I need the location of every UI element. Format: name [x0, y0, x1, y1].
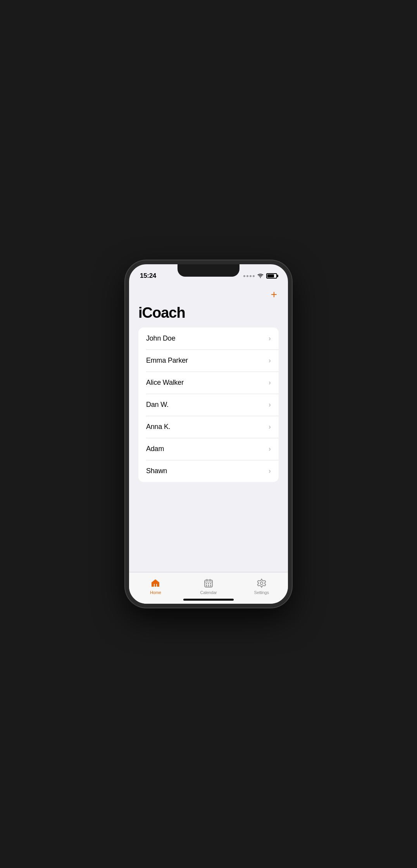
signal-dot-4	[253, 275, 255, 277]
svg-rect-6	[206, 583, 207, 584]
tab-home[interactable]: Home	[129, 578, 182, 595]
chevron-right-icon: ›	[269, 356, 271, 365]
chevron-right-icon: ›	[269, 467, 271, 475]
home-indicator	[183, 599, 234, 601]
athlete-list-item[interactable]: Dan W.›	[138, 394, 279, 416]
athlete-list-item[interactable]: Adam›	[138, 438, 279, 460]
chevron-right-icon: ›	[269, 379, 271, 387]
chevron-right-icon: ›	[269, 423, 271, 431]
athlete-list-item[interactable]: Alice Walker›	[138, 372, 279, 394]
chevron-right-icon: ›	[269, 445, 271, 453]
chevron-right-icon: ›	[269, 334, 271, 343]
tab-calendar[interactable]: Calendar	[182, 578, 235, 595]
battery-icon	[266, 273, 277, 279]
svg-rect-7	[208, 583, 209, 584]
app-title: iCoach	[138, 305, 279, 321]
athlete-name: Dan W.	[146, 401, 169, 409]
notch	[177, 264, 240, 277]
home-icon	[150, 578, 161, 589]
athlete-name: Anna K.	[146, 423, 171, 431]
athlete-list-item[interactable]: Anna K.›	[138, 416, 279, 438]
chevron-right-icon: ›	[269, 401, 271, 409]
wifi-icon	[257, 273, 264, 279]
svg-rect-11	[210, 585, 211, 586]
athlete-list-item[interactable]: Shawn›	[138, 460, 279, 482]
athlete-name: Emma Parker	[146, 356, 188, 365]
status-icons	[243, 273, 277, 279]
phone-frame: 15:24 +	[125, 260, 292, 608]
athlete-name: Alice Walker	[146, 379, 184, 387]
signal-dots-icon	[243, 275, 255, 277]
settings-icon	[256, 578, 267, 589]
athlete-name: Shawn	[146, 467, 167, 475]
calendar-icon	[203, 578, 214, 589]
signal-dot-1	[243, 275, 245, 277]
header-row: +	[138, 286, 279, 305]
settings-tab-label: Settings	[254, 590, 269, 595]
svg-rect-1	[155, 584, 156, 587]
athlete-name: Adam	[146, 445, 164, 453]
calendar-tab-label: Calendar	[200, 590, 217, 595]
svg-rect-10	[208, 585, 209, 586]
athlete-list-item[interactable]: John Doe›	[138, 327, 279, 350]
svg-rect-8	[210, 583, 211, 584]
athlete-list-item[interactable]: Emma Parker›	[138, 350, 279, 372]
status-time: 15:24	[140, 272, 156, 280]
battery-fill	[267, 274, 274, 277]
athlete-name: John Doe	[146, 334, 175, 343]
svg-point-12	[260, 582, 263, 584]
athlete-list: John Doe›Emma Parker›Alice Walker›Dan W.…	[138, 327, 279, 482]
tab-settings[interactable]: Settings	[235, 578, 288, 595]
add-button[interactable]: +	[269, 288, 279, 301]
signal-dot-3	[250, 275, 252, 277]
signal-dot-2	[246, 275, 248, 277]
home-tab-label: Home	[150, 590, 161, 595]
main-content: + iCoach John Doe›Emma Parker›Alice Walk…	[129, 283, 288, 482]
svg-rect-9	[206, 585, 207, 586]
svg-point-0	[260, 277, 261, 278]
